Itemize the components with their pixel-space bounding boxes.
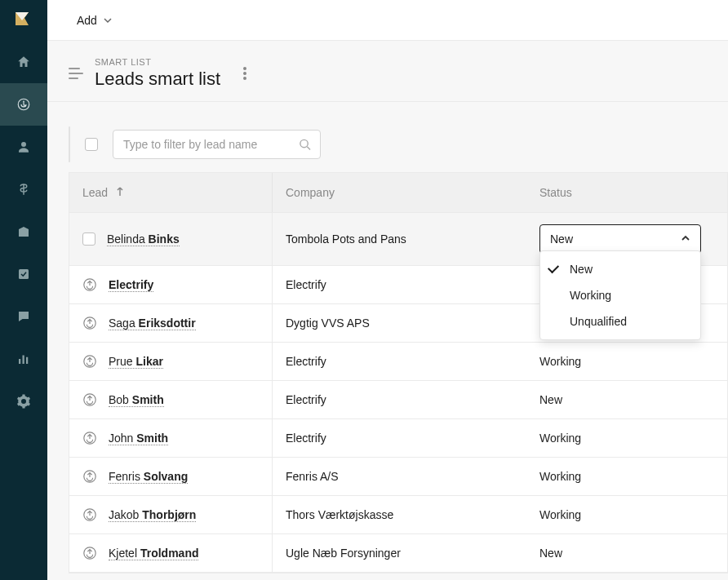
- status-dropdown: NewWorkingUnqualified: [539, 250, 701, 340]
- cell-company: Electrify: [272, 343, 526, 380]
- lead-name-link[interactable]: Jakob Thorbjørn: [109, 508, 196, 522]
- lead-icon: [82, 507, 97, 522]
- add-button-label: Add: [77, 14, 97, 27]
- nav-chat[interactable]: [0, 295, 47, 338]
- table-row: John SmithElectrifyWorking: [69, 419, 727, 458]
- lead-name-link[interactable]: Prue Likar: [109, 355, 163, 369]
- svg-point-8: [300, 139, 308, 147]
- kebab-menu-icon[interactable]: [243, 67, 246, 80]
- cell-status: New: [526, 534, 727, 572]
- nav-contacts[interactable]: [0, 126, 47, 168]
- lead-name-link[interactable]: Saga Eriksdottir: [109, 317, 196, 330]
- cell-lead: Jakob Thorbjørn: [69, 496, 272, 534]
- filter-bar: [47, 126, 728, 172]
- nav-leads[interactable]: [0, 83, 47, 126]
- logo: [0, 0, 47, 41]
- status-text: New: [539, 393, 562, 406]
- cell-company: Thors Værktøjskasse: [272, 496, 526, 534]
- nav-reports[interactable]: [0, 338, 47, 380]
- col-status[interactable]: Status: [526, 173, 727, 212]
- cell-lead: Saga Eriksdottir: [69, 304, 272, 342]
- cell-lead: Kjetel Troldmand: [69, 534, 272, 572]
- lead-icon: [82, 354, 97, 369]
- svg-rect-6: [23, 356, 24, 365]
- chevron-down-icon: [104, 14, 112, 27]
- status-text: New: [539, 547, 562, 560]
- table-row: Fenris SolvangFenris A/SWorking: [69, 458, 727, 496]
- lead-name-link[interactable]: John Smith: [109, 432, 168, 445]
- status-select[interactable]: New: [539, 224, 701, 254]
- leads-table: Lead Company Status Belinda BinksTombola…: [69, 172, 728, 573]
- cell-company: Electrify: [272, 381, 526, 418]
- col-company[interactable]: Company: [272, 173, 526, 212]
- status-text: Working: [539, 355, 581, 368]
- search-input[interactable]: [113, 130, 321, 159]
- page-title: Leads smart list: [95, 69, 220, 90]
- status-select-value: New: [550, 232, 573, 246]
- lead-name-link[interactable]: Fenris Solvang: [109, 470, 188, 484]
- svg-point-3: [21, 142, 26, 147]
- col-lead[interactable]: Lead: [69, 173, 272, 212]
- cell-status: Working: [526, 343, 727, 380]
- chevron-up-icon: [681, 232, 690, 246]
- lead-icon: [82, 469, 97, 484]
- title-row: SMART LIST Leads smart list: [95, 57, 246, 90]
- nav-deals[interactable]: [0, 168, 47, 210]
- cell-company: Fenris A/S: [272, 458, 526, 495]
- page-header: SMART LIST Leads smart list: [47, 41, 728, 102]
- nav-company[interactable]: [0, 210, 47, 253]
- cell-status: Working: [526, 458, 727, 495]
- filter-divider: [69, 126, 70, 162]
- search-box: [113, 130, 321, 159]
- nav-tasks[interactable]: [0, 253, 47, 295]
- cell-lead: Bob Smith: [69, 381, 272, 418]
- lead-name-link[interactable]: Belinda Binks: [107, 232, 180, 246]
- cell-status: NewNewWorkingUnqualified: [526, 213, 727, 265]
- col-company-label: Company: [286, 186, 335, 199]
- table-row: Kjetel TroldmandUgle Næb ForsyningerNew: [69, 534, 727, 573]
- topbar: Add: [47, 0, 728, 41]
- lead-name-link[interactable]: Kjetel Troldmand: [109, 547, 198, 560]
- cell-company: Electrify: [272, 266, 526, 303]
- main-content: Add SMART LIST Leads smart list: [47, 0, 728, 580]
- dropdown-option[interactable]: Unqualified: [540, 308, 700, 334]
- cell-lead: Belinda Binks: [69, 213, 272, 265]
- table-row: Bob SmithElectrifyNew: [69, 381, 727, 419]
- title-wrap: SMART LIST Leads smart list: [95, 57, 220, 90]
- svg-rect-7: [26, 357, 28, 364]
- search-icon: [299, 139, 311, 151]
- cell-lead: John Smith: [69, 419, 272, 457]
- lead-name-link[interactable]: Electrify: [109, 278, 153, 292]
- lead-icon: [82, 431, 97, 445]
- table-row: Jakob ThorbjørnThors VærktøjskasseWorkin…: [69, 496, 727, 534]
- app-sidebar: [0, 0, 47, 580]
- lead-icon: [82, 277, 97, 292]
- cell-company: Ugle Næb Forsyninger: [272, 534, 526, 572]
- col-status-label: Status: [539, 186, 572, 199]
- lead-icon: [82, 546, 97, 560]
- lead-icon: [82, 316, 97, 330]
- cell-status: Working: [526, 496, 727, 534]
- col-lead-label: Lead: [82, 186, 108, 199]
- table-row: Prue LikarElectrifyWorking: [69, 343, 727, 381]
- select-all-checkbox[interactable]: [85, 138, 98, 151]
- dropdown-option[interactable]: Working: [540, 282, 700, 308]
- cell-lead: Prue Likar: [69, 343, 272, 380]
- nav-settings[interactable]: [0, 380, 47, 423]
- row-checkbox[interactable]: [82, 232, 95, 246]
- list-menu-icon[interactable]: [69, 68, 83, 79]
- breadcrumb: SMART LIST: [95, 57, 220, 67]
- table-body: Belinda BinksTombola Pots and PansNewNew…: [69, 213, 727, 573]
- table-head: Lead Company Status: [69, 173, 727, 213]
- cell-status: Working: [526, 419, 727, 457]
- svg-rect-5: [19, 359, 20, 364]
- nav-home[interactable]: [0, 41, 47, 83]
- cell-company: Electrify: [272, 419, 526, 457]
- dropdown-option[interactable]: New: [540, 256, 700, 282]
- lead-name-link[interactable]: Bob Smith: [109, 393, 164, 407]
- content-area: Lead Company Status Belinda BinksTombola…: [47, 102, 728, 580]
- cell-status: New: [526, 381, 727, 418]
- cell-lead: Fenris Solvang: [69, 458, 272, 495]
- add-button[interactable]: Add: [77, 14, 112, 27]
- cell-company: Tombola Pots and Pans: [272, 213, 526, 265]
